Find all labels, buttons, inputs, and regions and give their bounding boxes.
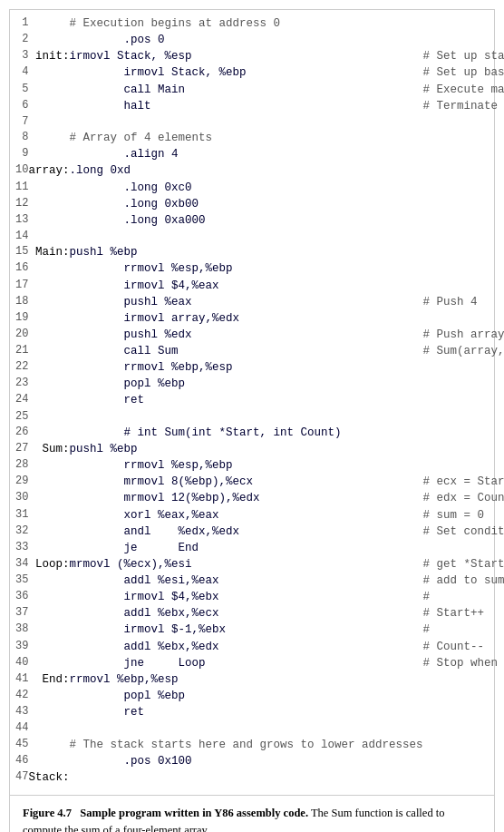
line-instruction: pushl %ebp [69,244,422,260]
line-label [28,180,69,196]
line-comment [423,457,505,474]
table-row: 7 [15,114,504,130]
line-label [28,753,69,769]
table-row: 35 addl %esi,%eax# add to sum [15,573,504,589]
line-instruction: # Execution begins at address 0 [69,15,422,32]
line-instruction: .long 0xa000 [69,212,422,229]
line-comment: # Stop when 0 [423,655,505,671]
caption-area: Figure 4.7 Sample program written in Y86… [10,795,494,832]
line-number: 7 [15,114,28,130]
line-label [28,425,69,441]
table-row: 19 irmovl array,%edx [15,310,504,327]
line-comment [423,688,505,704]
line-number: 34 [15,556,28,573]
line-number: 2 [15,32,28,48]
line-label [28,573,69,589]
table-row: 26 # int Sum(int *Start, int Count) [15,425,504,441]
line-instruction: irmovl Stack, %ebp [69,64,422,81]
line-comment [423,769,505,786]
line-label [28,294,69,310]
figure-label: Figure 4.7 [23,807,72,819]
line-number: 18 [15,294,28,310]
line-instruction: pushl %ebp [69,441,422,457]
line-label [28,98,69,114]
line-instruction: .long 0xc0 [69,180,422,196]
line-instruction: .pos 0 [69,32,422,48]
line-label [28,260,69,277]
line-instruction: addl %ebx,%edx [69,639,422,655]
line-comment [423,540,505,556]
table-row: 45# The stack starts here and grows to l… [15,737,504,753]
table-row: 10array:.long 0xd [15,162,504,179]
table-row: 46 .pos 0x100 [15,753,504,769]
line-comment [423,720,505,736]
line-comment [423,671,505,688]
line-comment: # Execute main program [423,82,505,98]
line-comment: # Set up base pointer [423,64,505,81]
line-comment: # ecx = Start [423,474,505,490]
line-comment: # add to sum [423,573,505,589]
line-label [28,474,69,490]
line-number: 46 [15,753,28,769]
line-number: 22 [15,359,28,376]
line-instruction [69,409,422,425]
line-comment [423,244,505,260]
line-comment [423,114,505,130]
line-instruction: irmovl $4,%eax [69,278,422,294]
line-comment [423,359,505,376]
line-number: 38 [15,622,28,638]
line-label [28,376,69,392]
line-comment: # [423,589,505,605]
line-comment [423,260,505,277]
line-label: init: [28,48,69,64]
line-comment [423,146,505,162]
line-label [28,639,69,655]
line-number: 33 [15,540,28,556]
table-row: 6 halt# Terminate program [15,98,504,114]
line-instruction: pushl %eax [69,294,422,310]
line-comment [423,753,505,769]
line-label [28,310,69,327]
line-label [28,327,69,343]
line-instruction: rrmovl %ebp,%esp [69,359,422,376]
line-number: 43 [15,704,28,720]
line-comment [423,130,505,146]
table-row: 5 call Main# Execute main program [15,82,504,98]
line-comment: # [423,622,505,638]
table-row: 41End:rrmovl %ebp,%esp [15,671,504,688]
table-row: 27Sum:pushl %ebp [15,441,504,457]
line-instruction: xorl %eax,%eax [69,507,422,524]
line-instruction: ret [69,392,422,408]
line-label [28,457,69,474]
line-label [28,196,69,212]
table-row: 29 mrmovl 8(%ebp),%ecx# ecx = Start [15,474,504,490]
line-label: Main: [28,244,69,260]
line-instruction: mrmovl (%ecx),%esi [69,556,422,573]
line-instruction: popl %ebp [69,376,422,392]
line-label [28,507,69,524]
line-number: 42 [15,688,28,704]
line-label [28,130,69,146]
line-number: 44 [15,720,28,736]
line-label [28,114,69,130]
line-instruction: addl %esi,%eax [69,573,422,589]
line-label [28,15,69,32]
line-comment: # Sum(array, 4) [423,343,505,359]
line-label [28,720,69,736]
table-row: 16 rrmovl %esp,%ebp [15,260,504,277]
code-area: 1# Execution begins at address 02 .pos 0… [10,10,494,791]
line-instruction: mrmovl 8(%ebp),%ecx [69,474,422,490]
line-number: 4 [15,64,28,81]
line-number: 12 [15,196,28,212]
line-instruction: ret [69,704,422,720]
line-number: 25 [15,409,28,425]
page-container: 1# Execution begins at address 02 .pos 0… [0,0,504,832]
line-number: 14 [15,229,28,244]
line-number: 1 [15,15,28,32]
line-instruction: rrmovl %esp,%ebp [69,457,422,474]
line-comment [423,425,505,441]
line-label [28,688,69,704]
table-row: 18 pushl %eax# Push 4 [15,294,504,310]
line-comment [423,180,505,196]
line-label: Sum: [28,441,69,457]
